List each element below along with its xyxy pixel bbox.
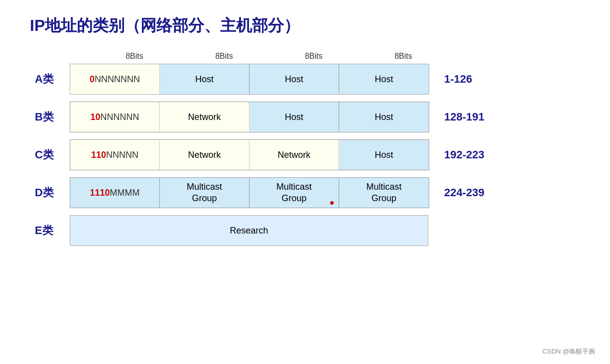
- prefix-red-d: 1110: [90, 188, 110, 198]
- prefix-black-a: NNNNNNN: [95, 74, 140, 84]
- class-row-d: D类 1110MMMM Multicast Group Multicast Gr…: [30, 177, 580, 208]
- range-d: 224-239: [444, 186, 504, 199]
- class-row-c: C类 110NNNNN Network Network Host 192-223: [30, 139, 580, 170]
- prefix-red-c: 110: [91, 150, 106, 160]
- cells-d: 1110MMMM Multicast Group Multicast Group…: [70, 177, 429, 208]
- cell-c-prefix: 110NNNNN: [70, 140, 160, 170]
- class-label-d: D类: [30, 185, 70, 200]
- class-row-b: B类 10NNNNNN Network Host Host 128-191: [30, 102, 580, 132]
- watermark: CSDN @唤醒手腕: [542, 347, 595, 356]
- prefix-black-d: MMMM: [110, 188, 140, 198]
- red-dot: [330, 201, 334, 205]
- cell-e-research: Research: [70, 216, 428, 245]
- cells-a: 0NNNNNNN Host Host Host: [70, 64, 429, 95]
- range-a: 1-126: [444, 73, 504, 86]
- bit-label-3: 8Bits: [269, 52, 359, 61]
- cell-b-prefix: 10NNNNNN: [70, 102, 160, 132]
- range-c: 192-223: [444, 148, 504, 161]
- prefix-red-a: 0: [90, 74, 95, 84]
- cells-c: 110NNNNN Network Network Host: [70, 139, 429, 170]
- cell-c-1: Network: [160, 140, 249, 170]
- class-label-e: E类: [30, 223, 70, 238]
- prefix-black-b: NNNNNN: [101, 112, 139, 122]
- multicast-group-d3: Group: [371, 193, 396, 204]
- bit-label-1: 8Bits: [90, 52, 179, 61]
- class-row-a: A类 0NNNNNNN Host Host Host 1-126: [30, 64, 580, 95]
- multicast-text-d1: Multicast: [187, 181, 222, 193]
- cells-b: 10NNNNNN Network Host Host: [70, 102, 429, 132]
- bit-labels-row: 8Bits 8Bits 8Bits 8Bits: [90, 52, 580, 61]
- cells-e: Research: [70, 215, 428, 246]
- class-row-e: E类 Research: [30, 215, 580, 246]
- class-label-a: A类: [30, 72, 70, 87]
- bit-label-2: 8Bits: [179, 52, 269, 61]
- cell-a-2: Host: [249, 64, 339, 94]
- main-container: IP地址的类别（网络部分、主机部分） 8Bits 8Bits 8Bits 8Bi…: [0, 0, 610, 364]
- multicast-group-d1: Group: [192, 193, 217, 204]
- page-title: IP地址的类别（网络部分、主机部分）: [30, 15, 580, 37]
- bit-label-4: 8Bits: [359, 52, 448, 61]
- cell-d-2: Multicast Group: [249, 178, 339, 208]
- cell-a-prefix: 0NNNNNNN: [70, 64, 160, 94]
- cell-a-1: Host: [160, 64, 249, 94]
- cell-d-prefix: 1110MMMM: [70, 178, 160, 208]
- cell-c-2: Network: [249, 140, 339, 170]
- class-label-c: C类: [30, 147, 70, 162]
- cell-b-2: Host: [249, 102, 339, 132]
- prefix-black-c: NNNNN: [106, 150, 138, 160]
- class-label-b: B类: [30, 110, 70, 124]
- cell-b-1: Network: [160, 102, 249, 132]
- cell-d-3: Multicast Group: [339, 178, 429, 208]
- cell-b-3: Host: [339, 102, 429, 132]
- multicast-group-d2: Group: [281, 193, 306, 204]
- cell-d-1: Multicast Group: [160, 178, 249, 208]
- cell-c-3: Host: [339, 140, 429, 170]
- multicast-text-d3: Multicast: [366, 181, 401, 193]
- prefix-red-b: 10: [90, 112, 100, 122]
- cell-a-3: Host: [339, 64, 429, 94]
- range-b: 128-191: [444, 111, 504, 123]
- multicast-text-d2: Multicast: [276, 181, 312, 193]
